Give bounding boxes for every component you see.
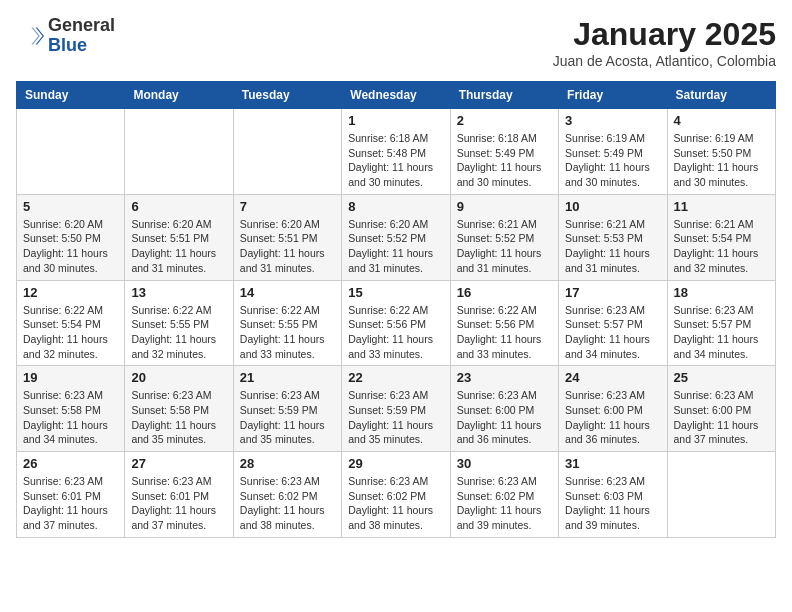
day-number: 23: [457, 370, 552, 385]
day-number: 13: [131, 285, 226, 300]
day-number: 31: [565, 456, 660, 471]
day-info: Sunrise: 6:21 AM Sunset: 5:54 PM Dayligh…: [674, 217, 769, 276]
calendar-cell: 28Sunrise: 6:23 AM Sunset: 6:02 PM Dayli…: [233, 452, 341, 538]
calendar-cell: 21Sunrise: 6:23 AM Sunset: 5:59 PM Dayli…: [233, 366, 341, 452]
day-number: 8: [348, 199, 443, 214]
calendar-cell: 9Sunrise: 6:21 AM Sunset: 5:52 PM Daylig…: [450, 194, 558, 280]
day-number: 14: [240, 285, 335, 300]
calendar-cell: 20Sunrise: 6:23 AM Sunset: 5:58 PM Dayli…: [125, 366, 233, 452]
calendar-cell: 4Sunrise: 6:19 AM Sunset: 5:50 PM Daylig…: [667, 109, 775, 195]
day-info: Sunrise: 6:22 AM Sunset: 5:56 PM Dayligh…: [457, 303, 552, 362]
day-number: 9: [457, 199, 552, 214]
calendar-cell: 29Sunrise: 6:23 AM Sunset: 6:02 PM Dayli…: [342, 452, 450, 538]
calendar-cell: 2Sunrise: 6:18 AM Sunset: 5:49 PM Daylig…: [450, 109, 558, 195]
calendar-table: SundayMondayTuesdayWednesdayThursdayFrid…: [16, 81, 776, 538]
logo-blue: Blue: [48, 35, 87, 55]
day-number: 29: [348, 456, 443, 471]
day-number: 6: [131, 199, 226, 214]
calendar-week-row: 26Sunrise: 6:23 AM Sunset: 6:01 PM Dayli…: [17, 452, 776, 538]
day-number: 26: [23, 456, 118, 471]
title-block: January 2025 Juan de Acosta, Atlantico, …: [553, 16, 776, 69]
day-number: 16: [457, 285, 552, 300]
logo-icon: [16, 22, 44, 50]
calendar-week-row: 19Sunrise: 6:23 AM Sunset: 5:58 PM Dayli…: [17, 366, 776, 452]
calendar-cell: 14Sunrise: 6:22 AM Sunset: 5:55 PM Dayli…: [233, 280, 341, 366]
day-info: Sunrise: 6:18 AM Sunset: 5:48 PM Dayligh…: [348, 131, 443, 190]
day-info: Sunrise: 6:23 AM Sunset: 5:59 PM Dayligh…: [348, 388, 443, 447]
calendar-cell: 13Sunrise: 6:22 AM Sunset: 5:55 PM Dayli…: [125, 280, 233, 366]
day-info: Sunrise: 6:23 AM Sunset: 5:57 PM Dayligh…: [565, 303, 660, 362]
calendar-cell: 10Sunrise: 6:21 AM Sunset: 5:53 PM Dayli…: [559, 194, 667, 280]
day-info: Sunrise: 6:23 AM Sunset: 5:58 PM Dayligh…: [23, 388, 118, 447]
day-number: 11: [674, 199, 769, 214]
weekday-header-tuesday: Tuesday: [233, 82, 341, 109]
calendar-cell: 27Sunrise: 6:23 AM Sunset: 6:01 PM Dayli…: [125, 452, 233, 538]
day-number: 19: [23, 370, 118, 385]
calendar-cell: 22Sunrise: 6:23 AM Sunset: 5:59 PM Dayli…: [342, 366, 450, 452]
calendar-cell: [125, 109, 233, 195]
day-number: 20: [131, 370, 226, 385]
day-info: Sunrise: 6:23 AM Sunset: 6:00 PM Dayligh…: [457, 388, 552, 447]
calendar-cell: [17, 109, 125, 195]
day-info: Sunrise: 6:19 AM Sunset: 5:50 PM Dayligh…: [674, 131, 769, 190]
calendar-week-row: 1Sunrise: 6:18 AM Sunset: 5:48 PM Daylig…: [17, 109, 776, 195]
day-number: 25: [674, 370, 769, 385]
day-info: Sunrise: 6:20 AM Sunset: 5:51 PM Dayligh…: [240, 217, 335, 276]
weekday-header-saturday: Saturday: [667, 82, 775, 109]
calendar-cell: 6Sunrise: 6:20 AM Sunset: 5:51 PM Daylig…: [125, 194, 233, 280]
calendar-cell: 24Sunrise: 6:23 AM Sunset: 6:00 PM Dayli…: [559, 366, 667, 452]
day-info: Sunrise: 6:23 AM Sunset: 6:02 PM Dayligh…: [348, 474, 443, 533]
day-info: Sunrise: 6:18 AM Sunset: 5:49 PM Dayligh…: [457, 131, 552, 190]
day-number: 2: [457, 113, 552, 128]
day-info: Sunrise: 6:20 AM Sunset: 5:51 PM Dayligh…: [131, 217, 226, 276]
day-info: Sunrise: 6:22 AM Sunset: 5:54 PM Dayligh…: [23, 303, 118, 362]
calendar-body: 1Sunrise: 6:18 AM Sunset: 5:48 PM Daylig…: [17, 109, 776, 538]
day-info: Sunrise: 6:22 AM Sunset: 5:56 PM Dayligh…: [348, 303, 443, 362]
location: Juan de Acosta, Atlantico, Colombia: [553, 53, 776, 69]
day-number: 27: [131, 456, 226, 471]
day-info: Sunrise: 6:22 AM Sunset: 5:55 PM Dayligh…: [240, 303, 335, 362]
day-number: 12: [23, 285, 118, 300]
day-number: 4: [674, 113, 769, 128]
logo: General Blue: [16, 16, 115, 56]
calendar-cell: 5Sunrise: 6:20 AM Sunset: 5:50 PM Daylig…: [17, 194, 125, 280]
calendar-cell: 18Sunrise: 6:23 AM Sunset: 5:57 PM Dayli…: [667, 280, 775, 366]
weekday-header-monday: Monday: [125, 82, 233, 109]
calendar-header-row: SundayMondayTuesdayWednesdayThursdayFrid…: [17, 82, 776, 109]
day-number: 3: [565, 113, 660, 128]
day-info: Sunrise: 6:23 AM Sunset: 6:00 PM Dayligh…: [674, 388, 769, 447]
calendar-cell: 19Sunrise: 6:23 AM Sunset: 5:58 PM Dayli…: [17, 366, 125, 452]
month-title: January 2025: [553, 16, 776, 53]
calendar-week-row: 12Sunrise: 6:22 AM Sunset: 5:54 PM Dayli…: [17, 280, 776, 366]
calendar-cell: 23Sunrise: 6:23 AM Sunset: 6:00 PM Dayli…: [450, 366, 558, 452]
day-info: Sunrise: 6:20 AM Sunset: 5:50 PM Dayligh…: [23, 217, 118, 276]
day-number: 1: [348, 113, 443, 128]
day-number: 15: [348, 285, 443, 300]
day-number: 18: [674, 285, 769, 300]
weekday-header-friday: Friday: [559, 82, 667, 109]
day-info: Sunrise: 6:23 AM Sunset: 6:01 PM Dayligh…: [23, 474, 118, 533]
day-info: Sunrise: 6:23 AM Sunset: 6:02 PM Dayligh…: [240, 474, 335, 533]
day-number: 17: [565, 285, 660, 300]
day-info: Sunrise: 6:23 AM Sunset: 6:03 PM Dayligh…: [565, 474, 660, 533]
day-info: Sunrise: 6:20 AM Sunset: 5:52 PM Dayligh…: [348, 217, 443, 276]
day-number: 5: [23, 199, 118, 214]
calendar-cell: 26Sunrise: 6:23 AM Sunset: 6:01 PM Dayli…: [17, 452, 125, 538]
day-info: Sunrise: 6:23 AM Sunset: 5:59 PM Dayligh…: [240, 388, 335, 447]
day-info: Sunrise: 6:23 AM Sunset: 5:57 PM Dayligh…: [674, 303, 769, 362]
weekday-header-thursday: Thursday: [450, 82, 558, 109]
day-info: Sunrise: 6:23 AM Sunset: 6:00 PM Dayligh…: [565, 388, 660, 447]
day-number: 28: [240, 456, 335, 471]
calendar-cell: 12Sunrise: 6:22 AM Sunset: 5:54 PM Dayli…: [17, 280, 125, 366]
calendar-cell: 1Sunrise: 6:18 AM Sunset: 5:48 PM Daylig…: [342, 109, 450, 195]
day-info: Sunrise: 6:23 AM Sunset: 6:01 PM Dayligh…: [131, 474, 226, 533]
day-number: 7: [240, 199, 335, 214]
day-number: 21: [240, 370, 335, 385]
day-info: Sunrise: 6:19 AM Sunset: 5:49 PM Dayligh…: [565, 131, 660, 190]
calendar-cell: 11Sunrise: 6:21 AM Sunset: 5:54 PM Dayli…: [667, 194, 775, 280]
day-number: 22: [348, 370, 443, 385]
day-info: Sunrise: 6:23 AM Sunset: 5:58 PM Dayligh…: [131, 388, 226, 447]
day-info: Sunrise: 6:21 AM Sunset: 5:52 PM Dayligh…: [457, 217, 552, 276]
calendar-cell: 31Sunrise: 6:23 AM Sunset: 6:03 PM Dayli…: [559, 452, 667, 538]
calendar-cell: 25Sunrise: 6:23 AM Sunset: 6:00 PM Dayli…: [667, 366, 775, 452]
